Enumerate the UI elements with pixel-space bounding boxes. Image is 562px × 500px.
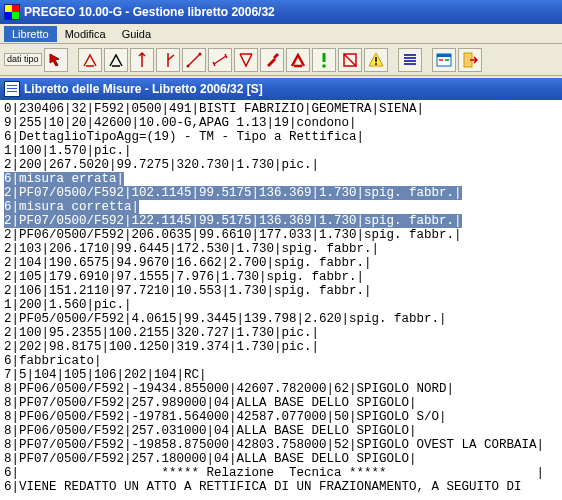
editor-line[interactable]: 6|DettaglioTipoAgg=(19) - TM - Tipo a Re… (4, 130, 558, 144)
tool-brace-icon[interactable] (234, 48, 258, 72)
editor-line[interactable]: 8|PF07/0500/F592|257.989000|04|ALLA BASE… (4, 396, 558, 410)
app-icon (4, 4, 20, 20)
tool-station-black-icon[interactable] (104, 48, 128, 72)
svg-point-2 (322, 64, 326, 68)
editor-line[interactable]: 2|103|206.1710|99.6445|172.530|1.730|spi… (4, 242, 558, 256)
editor-line[interactable]: 2|105|179.6910|97.1555|7.976|1.730|spig.… (4, 270, 558, 284)
editor-line[interactable]: 1|100|1.570|pic.| (4, 144, 558, 158)
toolbar: dati tipo (0, 44, 562, 76)
svg-point-1 (198, 52, 201, 55)
editor-line[interactable]: 2|104|190.6575|94.9670|16.662|2.700|spig… (4, 256, 558, 270)
tool-exit-icon[interactable] (458, 48, 482, 72)
editor-line[interactable]: 2|200|267.5020|99.7275|320.730|1.730|pic… (4, 158, 558, 172)
editor-line[interactable]: 2|PF06/0500/F592|206.0635|99.6610|177.03… (4, 228, 558, 242)
svg-rect-7 (439, 59, 443, 61)
editor-line[interactable]: 6| ***** Relazione Tecnica ***** | (4, 466, 558, 480)
tool-warning-icon[interactable] (364, 48, 388, 72)
tool-north-icon[interactable] (130, 48, 154, 72)
editor-line[interactable]: 8|PF07/0500/F592|-19858.875000|42803.758… (4, 438, 558, 452)
text-editor[interactable]: 0|230406|32|F592|0500|491|BISTI FABRIZIO… (0, 100, 562, 500)
editor-line[interactable]: 2|100|95.2355|100.2155|320.727|1.730|pic… (4, 326, 558, 340)
tool-station-red-icon[interactable] (78, 48, 102, 72)
editor-line[interactable]: 8|PF07/0500/F592|257.180000|04|ALLA BASE… (4, 452, 558, 466)
svg-rect-8 (445, 59, 449, 61)
editor-line[interactable]: 9|255|10|20|42600|10.00-G,APAG 1.13|19|c… (4, 116, 558, 130)
tool-angle-icon[interactable] (156, 48, 180, 72)
editor-line[interactable]: 1|200|1.560|pic.| (4, 298, 558, 312)
tool-dist-icon[interactable] (208, 48, 232, 72)
editor-line[interactable]: 2|PF07/0500/F592|122.1145|99.5175|136.36… (4, 214, 462, 228)
tool-window-icon[interactable] (432, 48, 456, 72)
editor-line[interactable]: 6|misura corretta| (4, 200, 139, 214)
menu-modifica[interactable]: Modifica (57, 26, 114, 42)
child-window-title: Libretto delle Misure - Libretto 2006/32… (24, 82, 263, 96)
tool-segment-icon[interactable] (182, 48, 206, 72)
svg-rect-6 (437, 54, 451, 57)
editor-line[interactable]: 2|106|151.2110|97.7210|10.553|1.730|spig… (4, 284, 558, 298)
editor-line[interactable]: 8|PF06/0500/F592|-19781.564000|42587.077… (4, 410, 558, 424)
window-title: PREGEO 10.00-G - Gestione libretto 2006/… (24, 5, 275, 19)
editor-line[interactable]: 2|PF05/0500/F592|4.0615|99.3445|139.798|… (4, 312, 558, 326)
tool-exclaim-icon[interactable] (312, 48, 336, 72)
tool-square-icon[interactable] (338, 48, 362, 72)
child-window-titlebar: Libretto delle Misure - Libretto 2006/32… (0, 78, 562, 100)
editor-line[interactable]: 0|230406|32|F592|0500|491|BISTI FABRIZIO… (4, 102, 558, 116)
editor-line[interactable]: 6|fabbricato| (4, 354, 558, 368)
main-titlebar: PREGEO 10.00-G - Gestione libretto 2006/… (0, 0, 562, 24)
tool-station-bold-icon[interactable] (286, 48, 310, 72)
document-icon (4, 81, 20, 97)
dati-tipo-button[interactable]: dati tipo (4, 53, 42, 66)
editor-line[interactable]: 8|PF06/0500/F592|-19434.855000|42607.782… (4, 382, 558, 396)
tool-list-icon[interactable] (398, 48, 422, 72)
menu-bar: Libretto Modifica Guida (0, 24, 562, 44)
editor-line[interactable]: 2|PF07/0500/F592|102.1145|99.5175|136.36… (4, 186, 462, 200)
menu-libretto[interactable]: Libretto (4, 26, 57, 42)
menu-guida[interactable]: Guida (114, 26, 159, 42)
tool-hammer-icon[interactable] (260, 48, 284, 72)
tool-arrow-icon[interactable] (44, 48, 68, 72)
editor-line[interactable]: 7|5|104|105|106|202|104|RC| (4, 368, 558, 382)
editor-line[interactable]: 6|VIENE REDATTO UN ATTO A RETTIFICA DI U… (4, 480, 558, 494)
editor-line[interactable]: 8|PF06/0500/F592|257.031000|04|ALLA BASE… (4, 424, 558, 438)
editor-line[interactable]: 2|202|98.8175|100.1250|319.374|1.730|pic… (4, 340, 558, 354)
svg-point-4 (375, 63, 377, 65)
svg-point-0 (186, 64, 189, 67)
editor-line[interactable]: 6|misura errata| (4, 172, 124, 186)
